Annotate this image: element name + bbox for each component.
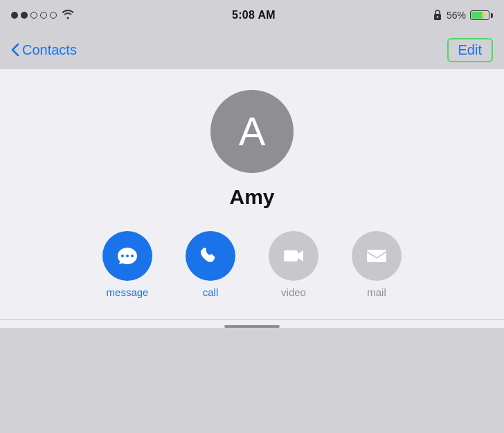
avatar: A (210, 90, 294, 173)
video-icon-circle (269, 231, 318, 281)
divider (0, 319, 504, 320)
svg-rect-6 (367, 250, 386, 262)
actions-row: message call video (0, 231, 504, 298)
battery-bolt-icon: ⚡ (480, 12, 487, 19)
lock-icon (433, 9, 442, 22)
message-icon (115, 243, 140, 268)
svg-point-2 (121, 255, 124, 257)
edit-button[interactable]: Edit (447, 38, 493, 62)
mail-action[interactable]: mail (352, 231, 402, 298)
call-icon-circle (186, 231, 235, 281)
call-label: call (203, 286, 219, 298)
video-action[interactable]: video (269, 231, 318, 298)
scroll-indicator (224, 325, 280, 328)
signal-dot-3 (30, 12, 37, 19)
battery-tip (491, 13, 493, 18)
chevron-left-icon (11, 43, 19, 57)
back-label: Contacts (22, 42, 77, 58)
contact-name: Amy (229, 185, 274, 209)
battery-indicator: ⚡ (470, 10, 493, 20)
signal-dot-4 (40, 12, 47, 19)
phone-icon (199, 244, 222, 268)
message-action[interactable]: message (102, 231, 152, 298)
status-right: 56% ⚡ (433, 9, 493, 22)
message-label: message (107, 286, 149, 298)
status-time: 5:08 AM (232, 9, 276, 21)
wifi-icon (61, 8, 75, 23)
battery-percent: 56% (447, 10, 466, 21)
video-label: video (281, 286, 306, 298)
status-bar: 5:08 AM 56% ⚡ (0, 0, 504, 30)
contact-content: A Amy message (0, 69, 504, 328)
mail-icon-circle (352, 231, 402, 281)
back-button[interactable]: Contacts (11, 42, 77, 58)
call-action[interactable]: call (186, 231, 235, 298)
svg-point-1 (437, 16, 438, 17)
battery-body: ⚡ (470, 10, 489, 20)
avatar-letter: A (239, 111, 266, 151)
signal-dots (11, 12, 57, 19)
signal-dot-1 (11, 12, 18, 19)
signal-dot-2 (21, 12, 28, 19)
signal-dot-5 (50, 12, 57, 19)
mail-icon (364, 243, 389, 268)
svg-point-3 (126, 255, 129, 257)
message-icon-circle (102, 231, 152, 281)
status-left (11, 8, 75, 23)
svg-point-4 (131, 255, 134, 257)
svg-rect-5 (284, 250, 298, 261)
mail-label: mail (367, 286, 386, 298)
nav-bar: Contacts Edit (0, 30, 504, 69)
video-icon (281, 243, 306, 268)
